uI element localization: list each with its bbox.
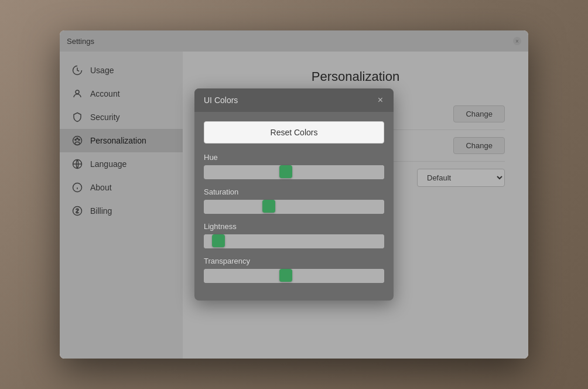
transparency-label: Transparency (204, 257, 384, 265)
hue-label: Hue (204, 153, 384, 162)
hue-track (204, 165, 384, 179)
reset-colors-button[interactable]: Reset Colors (204, 121, 384, 144)
transparency-slider[interactable] (204, 269, 384, 283)
ui-colors-modal: UI Colors × Reset Colors Hue Saturation (194, 88, 394, 301)
settings-window: Settings × Usage (60, 30, 528, 359)
saturation-label: Saturation (204, 187, 384, 196)
modal-close-button[interactable]: × (377, 95, 384, 105)
transparency-slider-section: Transparency (204, 257, 384, 283)
lightness-label: Lightness (204, 222, 384, 231)
transparency-track (204, 269, 384, 283)
saturation-slider[interactable] (204, 200, 384, 214)
lightness-slider-section: Lightness (204, 222, 384, 248)
hue-slider[interactable] (204, 165, 384, 179)
modal-overlay: UI Colors × Reset Colors Hue Saturation (60, 30, 528, 359)
saturation-track (204, 200, 384, 214)
saturation-slider-section: Saturation (204, 187, 384, 214)
modal-header: UI Colors × (194, 88, 394, 112)
lightness-track (204, 234, 384, 248)
modal-title: UI Colors (204, 95, 238, 105)
hue-slider-section: Hue (204, 153, 384, 179)
modal-body: Reset Colors Hue Saturation (194, 112, 394, 301)
lightness-slider[interactable] (204, 234, 384, 248)
